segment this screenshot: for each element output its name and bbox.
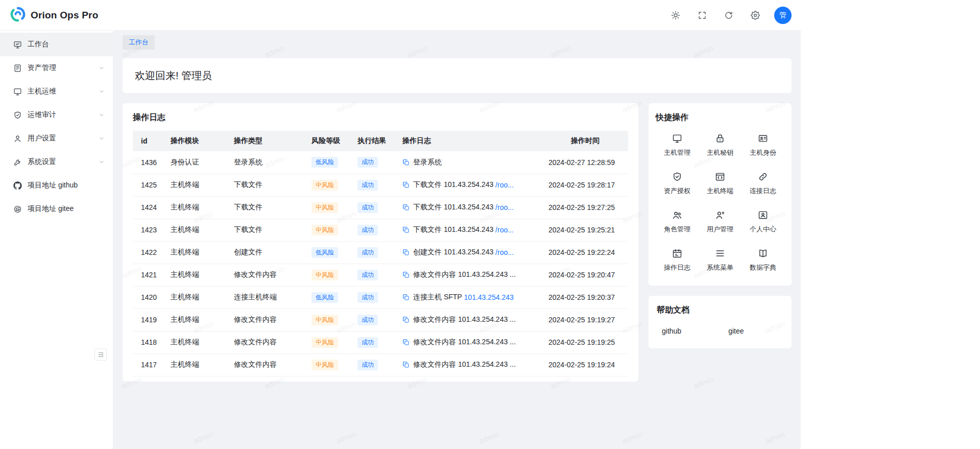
risk-badge: 中风险 xyxy=(312,270,338,280)
header-actions: 管 xyxy=(666,6,792,25)
cell-log: 下载文件 101.43.254.243 /roo... xyxy=(396,219,542,241)
log-link[interactable]: /roo... xyxy=(493,181,514,189)
log-link[interactable]: /roo... xyxy=(493,226,514,234)
sidebar-collapse-button[interactable] xyxy=(94,348,107,361)
watermark-text: admin xyxy=(620,430,643,445)
cell-id: 1436 xyxy=(133,151,164,174)
sidebar-item[interactable]: 项目地址 github xyxy=(0,174,113,197)
sidebar-item[interactable]: 运维审计 xyxy=(0,103,113,127)
content-row: 操作日志 id操作模块操作类型风险等级执行结果操作日志操作时间 1436身份认证… xyxy=(123,103,792,382)
log-link[interactable]: 101.43.254.243 xyxy=(462,293,514,301)
quick-action-item[interactable]: 个人中心 xyxy=(742,210,784,234)
chevron-down-icon xyxy=(99,65,105,71)
help-link-github[interactable]: github xyxy=(662,327,681,335)
breadcrumb-tab-workbench[interactable]: 工作台 xyxy=(123,35,155,50)
cell-type: 下载文件 xyxy=(228,174,305,196)
copy-icon[interactable] xyxy=(402,316,410,323)
brand[interactable]: Orion Ops Pro xyxy=(10,7,98,24)
copy-icon[interactable] xyxy=(402,249,410,256)
cell-type: 修改文件内容 xyxy=(228,309,305,331)
menu-icon xyxy=(715,248,725,258)
result-badge: 成功 xyxy=(357,270,378,280)
copy-icon[interactable] xyxy=(402,204,410,211)
refresh-icon[interactable] xyxy=(719,6,738,25)
sidebar-item-label: 主机运维 xyxy=(28,87,99,96)
sidebar-item[interactable]: 系统设置 xyxy=(0,150,113,174)
gear-icon[interactable] xyxy=(746,6,765,25)
cell-log: 连接主机 SFTP 101.43.254.243 xyxy=(396,286,542,309)
copy-icon[interactable] xyxy=(402,294,410,301)
copy-icon[interactable] xyxy=(402,339,410,346)
cell-risk: 中风险 xyxy=(305,331,351,353)
result-badge: 成功 xyxy=(357,315,378,325)
risk-badge: 中风险 xyxy=(312,360,338,370)
watermark-text: admin xyxy=(477,430,500,445)
quick-action-item[interactable]: 角色管理 xyxy=(656,210,699,234)
quick-action-label: 连接日志 xyxy=(750,186,776,196)
result-badge: 成功 xyxy=(357,157,378,168)
quick-action-item[interactable]: 主机秘钥 xyxy=(699,133,742,157)
quick-action-item[interactable]: 主机终端 xyxy=(699,172,742,196)
cell-risk: 低风险 xyxy=(305,241,351,264)
sidebar-item[interactable]: 资产管理 xyxy=(0,56,113,80)
cell-time: 2024-02-25 19:20:37 xyxy=(542,286,628,309)
column-header: id xyxy=(133,131,164,151)
host-icon xyxy=(13,87,22,96)
log-link[interactable]: /roo... xyxy=(493,203,514,211)
cell-result: 成功 xyxy=(351,241,396,264)
risk-badge: 中风险 xyxy=(312,315,338,325)
cell-result: 成功 xyxy=(351,174,396,196)
quick-action-label: 操作日志 xyxy=(664,263,690,272)
cell-result: 成功 xyxy=(351,264,396,286)
log-text: 登录系统 xyxy=(413,158,442,167)
theme-toggle-icon[interactable] xyxy=(666,6,685,25)
watermark-text: admin xyxy=(192,430,214,445)
cell-risk: 中风险 xyxy=(305,309,351,331)
cell-log: 登录系统 xyxy=(396,151,542,174)
cell-id: 1418 xyxy=(133,331,164,353)
table-row: 1424主机终端下载文件中风险成功下载文件 101.43.254.243 /ro… xyxy=(133,196,628,219)
sidebar-item[interactable]: 主机运维 xyxy=(0,80,113,103)
help-link-gitee[interactable]: gitee xyxy=(728,327,744,335)
log-link[interactable]: /roo... xyxy=(493,248,514,256)
cell-id: 1420 xyxy=(133,286,164,309)
cell-result: 成功 xyxy=(351,353,396,376)
operation-log-table: id操作模块操作类型风险等级执行结果操作日志操作时间 1436身份认证登录系统低… xyxy=(133,131,628,376)
profile-icon xyxy=(758,210,768,220)
table-row: 1421主机终端修改文件内容中风险成功修改文件内容 101.43.254.243… xyxy=(133,264,628,286)
cell-result: 成功 xyxy=(351,331,396,353)
quick-action-item[interactable]: 资产授权 xyxy=(656,172,699,196)
table-row: 1423主机终端下载文件中风险成功下载文件 101.43.254.243 /ro… xyxy=(133,219,628,241)
sidebar-item[interactable]: 项目地址 gitee xyxy=(0,197,113,221)
cell-type: 连接主机终端 xyxy=(228,286,305,309)
fullscreen-icon[interactable] xyxy=(692,6,712,25)
column-header: 操作类型 xyxy=(228,131,305,151)
sidebar-item-label: 运维审计 xyxy=(28,110,99,120)
layout-frame: 工作台资产管理主机运维运维审计用户设置系统设置项目地址 github项目地址 g… xyxy=(0,31,801,449)
cell-id: 1425 xyxy=(133,174,164,196)
quick-action-item[interactable]: 连接日志 xyxy=(742,172,784,196)
copy-icon[interactable] xyxy=(402,181,410,188)
quick-action-item[interactable]: 主机管理 xyxy=(656,133,699,157)
quick-action-item[interactable]: 主机身份 xyxy=(742,133,784,157)
log-text: 修改文件内容 101.43.254.243 ... xyxy=(413,338,516,347)
quick-action-item[interactable]: 系统菜单 xyxy=(699,248,742,272)
log-text: 修改文件内容 101.43.254.243 ... xyxy=(413,315,516,324)
copy-icon[interactable] xyxy=(402,361,410,368)
table-row: 1418主机终端修改文件内容中风险成功修改文件内容 101.43.254.243… xyxy=(133,331,628,353)
quick-action-item[interactable]: 用户管理 xyxy=(699,210,742,234)
cell-result: 成功 xyxy=(351,219,396,241)
copy-icon[interactable] xyxy=(402,226,410,233)
copy-icon[interactable] xyxy=(402,159,410,166)
watermark-text: admin xyxy=(763,430,786,445)
result-badge: 成功 xyxy=(357,180,378,191)
result-badge: 成功 xyxy=(357,247,378,258)
sidebar-item[interactable]: 工作台 xyxy=(0,33,113,56)
quick-action-item[interactable]: 操作日志 xyxy=(656,248,699,272)
copy-icon[interactable] xyxy=(402,271,410,278)
cell-id: 1422 xyxy=(133,241,164,264)
result-badge: 成功 xyxy=(357,225,378,235)
quick-action-item[interactable]: 数据字典 xyxy=(742,248,784,272)
sidebar-item[interactable]: 用户设置 xyxy=(0,127,113,150)
avatar[interactable]: 管 xyxy=(774,7,792,24)
